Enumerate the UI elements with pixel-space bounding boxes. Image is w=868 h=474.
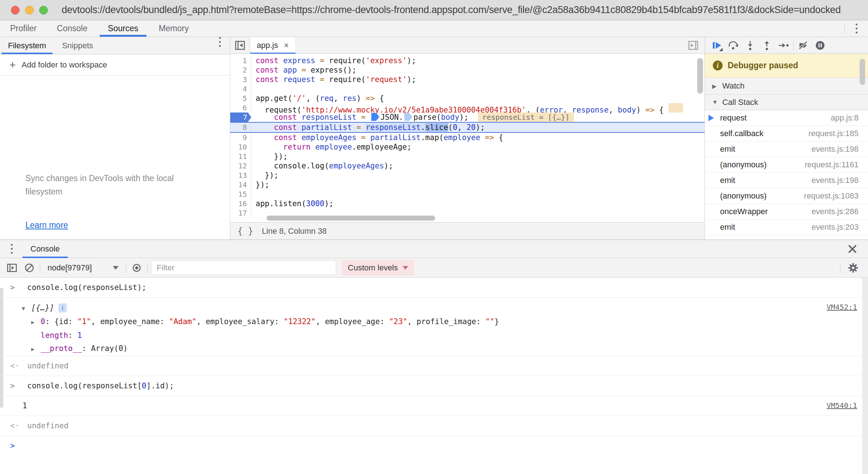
filter-input[interactable] bbox=[151, 261, 336, 275]
line-number[interactable]: 2 bbox=[230, 65, 251, 75]
add-folder-button[interactable]: + Add folder to workspace bbox=[0, 54, 230, 75]
code-line: 7 const responseList = JSON.parse(body);… bbox=[230, 113, 704, 122]
console-tab[interactable]: Console bbox=[21, 240, 69, 258]
code-line: 4 bbox=[230, 84, 704, 94]
code-text: const request = require('request'); bbox=[251, 75, 704, 84]
tab-console[interactable]: Console bbox=[47, 20, 98, 37]
tab-memory[interactable]: Memory bbox=[149, 20, 199, 37]
minimize-window-icon[interactable] bbox=[25, 6, 34, 15]
line-number[interactable]: 17 bbox=[230, 208, 251, 218]
call-stack-frame[interactable]: emitevents.js:198 bbox=[705, 142, 868, 157]
current-frame-arrow-icon bbox=[708, 115, 714, 121]
code-editor[interactable]: 1const express = require('express');2con… bbox=[230, 54, 704, 222]
line-number[interactable]: 10 bbox=[230, 142, 251, 152]
line-number[interactable]: 5 bbox=[230, 94, 251, 103]
code-line: 14}); bbox=[230, 180, 704, 189]
source-link[interactable]: VM540:1 bbox=[827, 400, 857, 410]
drawer-more-options-icon[interactable] bbox=[5, 244, 18, 254]
call-stack-frame[interactable]: onceWrapperevents.js:286 bbox=[705, 204, 868, 220]
pretty-print-icon[interactable]: { } bbox=[237, 226, 253, 236]
editor-tab-appjs[interactable]: app.js × bbox=[250, 37, 296, 54]
line-number[interactable]: 11 bbox=[230, 152, 251, 161]
console-header: Console bbox=[0, 240, 868, 258]
line-number[interactable]: 15 bbox=[230, 189, 251, 199]
line-number[interactable]: 1 bbox=[230, 56, 251, 65]
code-text: return employee.employeeAge; bbox=[251, 142, 704, 152]
watch-section-header[interactable]: ▶ Watch bbox=[705, 78, 868, 95]
call-stack-frame[interactable]: emitevents.js:198 bbox=[705, 173, 868, 188]
tab-sources[interactable]: Sources bbox=[98, 20, 148, 37]
tab-filesystem[interactable]: Filesystem bbox=[0, 37, 54, 54]
sources-panel: Filesystem Snippets + Add folder to work… bbox=[0, 37, 868, 240]
clear-console-icon[interactable] bbox=[22, 261, 36, 275]
breakpoint-marker[interactable]: 7 bbox=[230, 113, 251, 122]
sidebar-scrollbar[interactable] bbox=[860, 59, 865, 85]
line-number[interactable]: 13 bbox=[230, 171, 251, 180]
call-stack-frame[interactable]: self.callbackrequest.js:185 bbox=[705, 126, 868, 142]
line-number[interactable]: 12 bbox=[230, 161, 251, 171]
step-button[interactable] bbox=[777, 38, 790, 52]
close-window-icon[interactable] bbox=[11, 6, 20, 15]
console-settings-gear-icon[interactable] bbox=[846, 261, 860, 275]
code-line: 9 const employeeAges = partialList.map(e… bbox=[230, 133, 704, 142]
close-drawer-icon[interactable] bbox=[847, 244, 858, 254]
source-link[interactable]: VM452:1 bbox=[827, 302, 857, 312]
code-text: app.listen(3000); bbox=[251, 199, 704, 208]
console-row: length: 1 bbox=[0, 329, 868, 342]
divider bbox=[126, 263, 126, 273]
hide-navigator-icon[interactable] bbox=[234, 40, 246, 51]
line-number[interactable]: 4 bbox=[230, 84, 251, 94]
live-expression-eye-icon[interactable] bbox=[130, 261, 144, 275]
line-number[interactable]: 9 bbox=[230, 133, 251, 142]
call-stack-frame[interactable]: requestapp.js:8 bbox=[705, 110, 868, 126]
vertical-scrollbar[interactable] bbox=[697, 58, 703, 218]
horizontal-scrollbar[interactable] bbox=[251, 215, 697, 221]
line-number[interactable]: 6 bbox=[230, 103, 251, 113]
continue-to-here-badge[interactable] bbox=[371, 113, 379, 121]
line-number[interactable]: 8 bbox=[230, 123, 251, 132]
custom-levels-dropdown[interactable]: Custom levels bbox=[342, 260, 414, 275]
console-drawer: Console node[97979] Custom levels bbox=[0, 240, 868, 474]
pause-on-exceptions-button[interactable] bbox=[813, 38, 827, 52]
console-messages[interactable]: >console.log(responseList);▼[{…}]iVM452:… bbox=[0, 278, 868, 474]
chevron-down-icon bbox=[113, 266, 119, 270]
call-stack-section-header[interactable]: ▼ Call Stack bbox=[705, 95, 868, 110]
zoom-window-icon[interactable] bbox=[39, 6, 48, 15]
console-sidebar-toggle-icon[interactable] bbox=[5, 261, 19, 275]
call-stack-frame[interactable]: (anonymous)request.js:1083 bbox=[705, 188, 868, 204]
frame-location: events.js:286 bbox=[811, 207, 859, 216]
tab-profiler[interactable]: Profiler bbox=[0, 20, 47, 37]
show-debugger-icon[interactable] bbox=[687, 40, 699, 51]
learn-more-link[interactable]: Learn more bbox=[25, 220, 68, 230]
long-press-indicator-icon bbox=[719, 48, 723, 51]
inline-eval-chip: responseList = [{…}] bbox=[478, 113, 574, 122]
continue-to-here-badge[interactable] bbox=[404, 113, 412, 121]
frame-function: self.callback bbox=[720, 129, 764, 138]
line-number[interactable]: 16 bbox=[230, 199, 251, 208]
navigator-more-options-icon[interactable] bbox=[213, 37, 226, 54]
expand-triangle-icon[interactable]: ▶ bbox=[31, 344, 41, 354]
console-prompt-icon[interactable]: > bbox=[10, 441, 15, 451]
step-into-button[interactable] bbox=[743, 38, 757, 52]
navigator-sidebar: Filesystem Snippets + Add folder to work… bbox=[0, 37, 230, 240]
expand-triangle-icon[interactable]: ▼ bbox=[22, 303, 31, 314]
divider bbox=[844, 24, 845, 34]
console-row: ▶0: {id: "1", employee_name: "Adam", emp… bbox=[0, 315, 868, 329]
deactivate-breakpoints-button[interactable] bbox=[797, 38, 810, 52]
context-selector[interactable]: node[97979] bbox=[44, 263, 122, 273]
call-stack-list: requestapp.js:8self.callbackrequest.js:1… bbox=[705, 110, 868, 240]
call-stack-frame[interactable]: (anonymous)request.js:1161 bbox=[705, 157, 868, 173]
line-number[interactable]: 14 bbox=[230, 180, 251, 189]
expand-triangle-icon[interactable]: ▶ bbox=[31, 317, 41, 327]
call-stack-frame[interactable]: emitevents.js:203 bbox=[705, 220, 868, 235]
more-options-icon[interactable] bbox=[850, 24, 863, 33]
close-tab-icon[interactable]: × bbox=[284, 41, 289, 50]
tab-snippets[interactable]: Snippets bbox=[54, 37, 101, 54]
line-number[interactable]: 3 bbox=[230, 75, 251, 84]
step-over-button[interactable] bbox=[727, 38, 740, 52]
frame-function: request bbox=[720, 113, 747, 123]
resume-button[interactable] bbox=[710, 38, 724, 52]
code-text: const employeeAges = partialList.map(emp… bbox=[251, 133, 704, 142]
step-out-button[interactable] bbox=[760, 38, 774, 52]
code-line: 5app.get('/', (req, res) => { bbox=[230, 94, 704, 103]
